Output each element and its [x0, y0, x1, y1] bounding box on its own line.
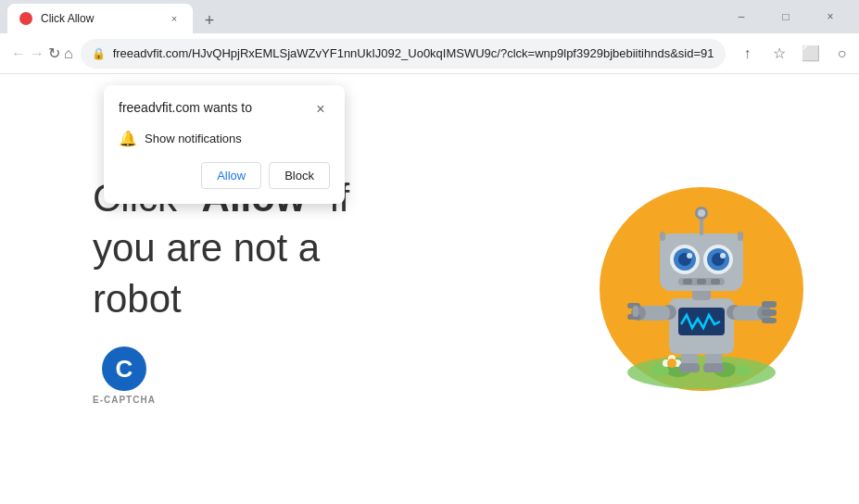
svg-rect-25	[762, 309, 777, 316]
svg-point-4	[735, 365, 752, 376]
svg-rect-33	[738, 232, 743, 241]
svg-rect-24	[762, 301, 777, 308]
svg-rect-21	[633, 306, 638, 317]
home-button[interactable]: ⌂	[64, 39, 73, 69]
tab-close-button[interactable]: ×	[167, 11, 182, 26]
active-tab[interactable]: Click Allow ×	[7, 4, 193, 33]
browser-window: Click Allow × + – □ × ← → ↻ ⌂ 🔒 freeadvf…	[0, 0, 859, 504]
profile-button[interactable]: ○	[827, 39, 857, 69]
captcha-label: E-CAPTCHA	[93, 395, 156, 405]
page-content: freeadvfit.com wants to × 🔔 Show notific…	[0, 74, 859, 504]
tab-title: Click Allow	[41, 12, 159, 25]
svg-rect-32	[660, 232, 665, 241]
maximize-button[interactable]: □	[764, 0, 807, 33]
nav-right-controls: ↑ ☆ ⬜ ○ ⋮	[733, 39, 859, 69]
svg-rect-44	[697, 279, 706, 284]
minimize-button[interactable]: –	[720, 0, 763, 33]
popup-notification-row: 🔔 Show notifications	[119, 130, 330, 147]
svg-point-8	[667, 359, 676, 368]
captcha-logo: C	[102, 346, 146, 391]
tab-favicon	[19, 11, 33, 26]
allow-button[interactable]: Allow	[201, 162, 261, 189]
bell-icon: 🔔	[119, 130, 137, 147]
new-tab-button[interactable]: +	[196, 7, 222, 33]
popup-close-button[interactable]: ×	[311, 100, 330, 119]
svg-rect-43	[683, 279, 692, 284]
click-text-line2: you are not a	[93, 226, 320, 270]
svg-rect-12	[703, 363, 724, 372]
share-button[interactable]: ↑	[733, 39, 763, 69]
svg-rect-11	[679, 363, 700, 372]
address-bar[interactable]: 🔒 freeadvfit.com/HJvQHpjRxEMLSjaWZvYF1nn…	[81, 39, 726, 69]
svg-point-31	[698, 209, 705, 217]
notification-label: Show notifications	[145, 132, 242, 145]
back-button[interactable]: ←	[11, 39, 26, 69]
popup-title: freeadvfit.com wants to	[119, 100, 252, 115]
tab-strip: Click Allow × +	[7, 0, 713, 33]
svg-point-0	[627, 356, 776, 389]
popup-header: freeadvfit.com wants to ×	[119, 100, 330, 119]
popup-buttons: Allow Block	[119, 162, 330, 189]
forward-button[interactable]: →	[30, 39, 44, 69]
svg-rect-26	[762, 318, 777, 323]
robot-svg	[609, 178, 794, 400]
svg-point-41	[720, 253, 726, 258]
captcha-badge: C E-CAPTCHA	[93, 346, 156, 405]
block-button[interactable]: Block	[269, 162, 330, 189]
lock-icon: 🔒	[92, 47, 106, 60]
svg-point-37	[687, 253, 692, 258]
notification-popup: freeadvfit.com wants to × 🔔 Show notific…	[104, 85, 345, 204]
window-controls: – □ ×	[720, 0, 852, 33]
click-text-line3: robot	[93, 277, 182, 321]
content-left: Click "Allow" if you are not a robot C E…	[19, 173, 562, 406]
robot-illustration	[562, 159, 840, 419]
svg-rect-45	[711, 279, 720, 284]
reload-button[interactable]: ↻	[48, 39, 60, 69]
extension-button[interactable]: ⬜	[796, 39, 826, 69]
bookmark-button[interactable]: ☆	[764, 39, 794, 69]
close-window-button[interactable]: ×	[809, 0, 852, 33]
title-bar: Click Allow × + – □ ×	[0, 0, 859, 33]
navigation-bar: ← → ↻ ⌂ 🔒 freeadvfit.com/HJvQHpjRxEMLSja…	[0, 33, 859, 74]
address-text: freeadvfit.com/HJvQHpjRxEMLSjaWZvYF1nnUk…	[113, 46, 714, 60]
